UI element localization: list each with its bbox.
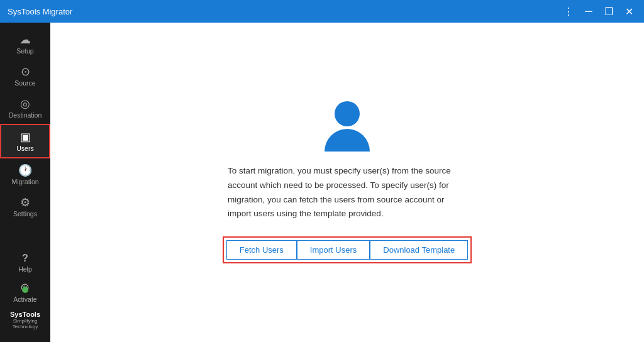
migration-icon: 🕐 xyxy=(18,165,32,176)
settings-icon: ⚙ xyxy=(20,197,30,208)
help-label: Help xyxy=(18,265,32,273)
sidebar-label-users: Users xyxy=(16,145,33,152)
title-bar: SysTools Migrator ⋮ ─ ❐ ✕ xyxy=(0,0,644,23)
sidebar-item-destination[interactable]: ◎ Destination xyxy=(0,92,50,124)
activate-label: Activate xyxy=(13,295,36,303)
sidebar-label-settings: Settings xyxy=(13,210,37,218)
fetch-users-button[interactable]: Fetch Users xyxy=(226,240,297,260)
logo-sub: Simplifying Technology xyxy=(0,318,50,329)
action-buttons-group: Fetch Users Import Users Download Templa… xyxy=(223,236,472,263)
app-body: ☁ Setup ⊙ Source ◎ Destination ▣ Users 🕐… xyxy=(0,23,644,342)
main-content: To start migration, you must specify use… xyxy=(50,23,644,342)
users-icon: ▣ xyxy=(20,131,31,143)
cloud-icon: ☁ xyxy=(19,34,31,45)
app-title: SysTools Migrator xyxy=(8,7,561,16)
destination-icon: ◎ xyxy=(20,98,30,109)
avatar-body xyxy=(325,129,370,152)
sidebar-label-destination: Destination xyxy=(9,111,42,119)
window-controls: ⋮ ─ ❐ ✕ xyxy=(561,4,636,19)
sidebar-label-setup: Setup xyxy=(16,47,33,55)
sidebar-item-users[interactable]: ▣ Users xyxy=(0,124,50,158)
sidebar: ☁ Setup ⊙ Source ◎ Destination ▣ Users 🕐… xyxy=(0,23,50,342)
activate-icon-wrap: ⊛ xyxy=(18,280,32,294)
menu-icon[interactable]: ⋮ xyxy=(561,4,576,19)
close-icon[interactable]: ✕ xyxy=(621,4,636,19)
logo-text: SysTools xyxy=(0,311,50,318)
minimize-icon[interactable]: ─ xyxy=(581,4,596,19)
avatar-head xyxy=(335,101,360,126)
sidebar-item-migration[interactable]: 🕐 Migration xyxy=(0,158,50,190)
help-icon: ? xyxy=(22,253,28,264)
description-text: To start migration, you must specify use… xyxy=(228,164,467,222)
maximize-icon[interactable]: ❐ xyxy=(601,4,616,19)
help-button[interactable]: ? Help xyxy=(18,249,32,277)
activate-status-dot xyxy=(22,287,28,293)
sidebar-item-setup[interactable]: ☁ Setup xyxy=(0,28,50,60)
activate-button[interactable]: ⊛ Activate xyxy=(13,277,36,307)
source-icon: ⊙ xyxy=(21,66,30,77)
brand-logo: SysTools Simplifying Technology xyxy=(0,311,50,332)
sidebar-item-source[interactable]: ⊙ Source xyxy=(0,60,50,92)
sidebar-label-source: Source xyxy=(14,79,35,87)
sidebar-label-migration: Migration xyxy=(11,178,38,185)
sidebar-item-settings[interactable]: ⚙ Settings xyxy=(0,190,50,223)
import-users-button[interactable]: Import Users xyxy=(297,240,370,260)
download-template-button[interactable]: Download Template xyxy=(370,240,468,260)
sidebar-bottom: ? Help ⊛ Activate SysTools Simplifying T… xyxy=(0,249,50,337)
user-avatar-icon xyxy=(325,101,370,152)
